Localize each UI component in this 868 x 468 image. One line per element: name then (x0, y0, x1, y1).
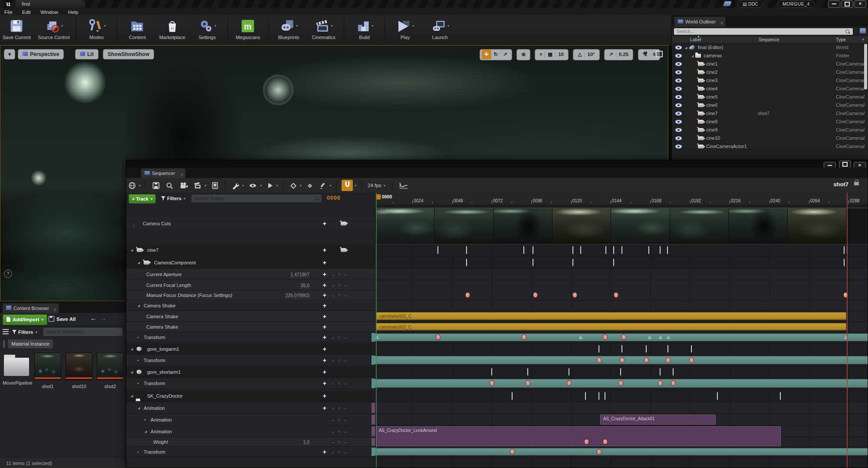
timeline-lane[interactable] (375, 290, 868, 300)
add-section-icon[interactable]: + (323, 392, 326, 399)
outliner-row[interactable]: ◢camerasFolder (672, 52, 868, 60)
camera-cuts-filmstrip[interactable]: cine7 (375, 208, 868, 245)
timeline-lane[interactable] (375, 301, 868, 311)
add-section-icon[interactable]: + (323, 380, 326, 387)
expand-caret-icon[interactable]: ◢ (138, 304, 140, 307)
outliner-row[interactable]: cine2CineCameraA (672, 68, 868, 76)
column-sequence[interactable]: Sequence (759, 37, 779, 42)
transform-section-bar[interactable] (375, 448, 868, 455)
ddc-button[interactable]: ▤ DDC (738, 0, 763, 8)
track-row[interactable]: ▸Transform+← ○ → (126, 378, 375, 389)
timeline-lane[interactable]: camshake001_C (375, 311, 868, 322)
track-row[interactable]: ▸Animation← ○ → (126, 414, 375, 425)
keyframe-marker[interactable] (621, 334, 626, 340)
viewport-options-dropdown[interactable]: ▾ (4, 49, 15, 59)
world-context-icon[interactable] (128, 178, 136, 193)
close-icon[interactable]: × (720, 19, 723, 28)
asset-item[interactable]: shot10 (65, 353, 93, 389)
property-value[interactable]: 1.0 (303, 439, 309, 445)
curve-editor-icon[interactable] (399, 178, 408, 193)
snap-magnet-button[interactable] (342, 180, 353, 191)
expand-caret-icon[interactable]: ▸ (145, 418, 146, 421)
auto-key-icon[interactable] (306, 178, 313, 193)
track-row[interactable]: ◢Animation+← ○ → (126, 402, 375, 414)
show-flags-button[interactable]: ShowShowShowShow (103, 49, 154, 59)
column-type[interactable]: Type (836, 37, 846, 42)
outliner-row[interactable]: CineCameraActor1CineCameraA (672, 142, 868, 151)
visibility-eye-icon[interactable] (675, 120, 682, 124)
key-navigation-icons[interactable]: ← ○ → (332, 335, 348, 339)
tab-sequencer[interactable]: Sequencer× (141, 168, 185, 178)
keyframe-marker[interactable] (666, 335, 671, 339)
outliner-row[interactable]: ◢final (Editor)World (672, 43, 868, 52)
track-row[interactable]: Camera Cuts+ (126, 218, 375, 230)
key-navigation-icons[interactable]: ← ○ → (332, 418, 348, 422)
outliner-row[interactable]: cine10CineCameraA (672, 134, 868, 142)
visibility-eye-icon[interactable] (675, 54, 682, 58)
keyframe-marker[interactable] (689, 357, 694, 363)
track-row[interactable]: ▸Transform+← ○ → (126, 447, 375, 457)
animation-clip[interactable]: AS_CrazyDoctor_Attack01 (600, 415, 716, 425)
expand-caret-icon[interactable]: ◢ (138, 406, 140, 409)
camera-shake-section[interactable]: camshake001_C (376, 312, 846, 320)
source-control-button[interactable]: ▾ Source Control (38, 17, 69, 40)
expand-caret-icon[interactable]: ▸ (138, 358, 139, 362)
tab-content-browser[interactable]: Content Browser× (3, 303, 59, 313)
expand-caret-icon[interactable]: ◢ (131, 347, 133, 350)
create-camera-icon[interactable] (180, 178, 188, 193)
add-section-icon[interactable]: + (323, 334, 326, 341)
render-movie-icon[interactable] (194, 178, 201, 193)
lock-icon[interactable] (854, 182, 859, 185)
sequencer-settings-icon[interactable] (232, 178, 239, 193)
camera-shake-section[interactable]: camshake002_C (376, 323, 846, 330)
timeline-lane[interactable] (375, 390, 868, 402)
keyframe-marker[interactable] (526, 380, 530, 386)
add-section-icon[interactable]: + (323, 282, 326, 289)
visibility-eye-icon[interactable] (675, 46, 682, 49)
add-section-icon[interactable]: + (323, 247, 326, 254)
outliner-row[interactable]: cine4CineCameraA (672, 85, 868, 93)
add-import-button[interactable]: Add/Import ▾ (3, 314, 47, 325)
view-options-icon[interactable] (249, 178, 257, 193)
keyframe-marker[interactable] (436, 334, 441, 340)
outliner-row[interactable]: cine1CineCameraA (672, 60, 868, 68)
asset-item[interactable]: shot2 (96, 353, 124, 389)
property-value[interactable]: 235.078903 (286, 293, 309, 298)
track-row[interactable]: Weight1.0← ○ → (126, 438, 375, 447)
play-button[interactable]: ▾ Play (391, 17, 419, 40)
modes-button[interactable]: ▾ Modes (83, 17, 111, 40)
key-navigation-icons[interactable]: ← ○ → (332, 381, 348, 386)
world-space-toggle[interactable]: ⊕ (519, 49, 528, 59)
keyframe-marker[interactable] (648, 335, 652, 339)
save-all-button[interactable]: Save All (49, 314, 76, 324)
visibility-eye-icon[interactable] (675, 103, 682, 107)
playhead-marker[interactable] (376, 194, 381, 200)
timeline-lane[interactable] (375, 244, 868, 256)
keyframe-marker[interactable] (644, 357, 649, 363)
add-section-icon[interactable]: + (323, 292, 326, 299)
outliner-row[interactable]: cine3CineCameraA (672, 76, 868, 85)
outliner-row[interactable]: cine8CineCameraA (672, 118, 868, 126)
visibility-eye-icon[interactable] (675, 145, 682, 148)
track-row[interactable]: ◢CameraComponent+ (126, 257, 375, 268)
keyframe-marker[interactable] (658, 335, 663, 339)
keyframe-marker[interactable] (567, 380, 572, 386)
save-sequence-icon[interactable] (152, 178, 160, 193)
outliner-filter-icon[interactable]: ▼ (861, 38, 865, 42)
keyframe-marker[interactable] (522, 334, 526, 340)
visibility-eye-icon[interactable] (675, 79, 682, 82)
build-button[interactable]: ▾ Build (351, 17, 378, 40)
timeline-lane[interactable] (375, 447, 868, 457)
outliner-scrollbar[interactable] (864, 44, 867, 89)
visibility-eye-icon[interactable] (675, 136, 682, 140)
add-section-icon[interactable]: + (323, 259, 326, 266)
track-row[interactable]: ▸Transform+← ○ → (126, 355, 375, 366)
key-navigation-icons[interactable]: ← ○ → (332, 293, 348, 297)
marketplace-button[interactable]: u Marketplace (158, 17, 186, 40)
add-section-icon[interactable]: + (323, 346, 326, 353)
timeline-lane[interactable] (375, 280, 868, 290)
sequencer-maximize-button[interactable] (839, 161, 851, 168)
close-button[interactable]: × (854, 0, 866, 8)
keyframe-marker[interactable] (465, 292, 470, 298)
track-row[interactable]: Camera Shake+ (126, 311, 375, 322)
